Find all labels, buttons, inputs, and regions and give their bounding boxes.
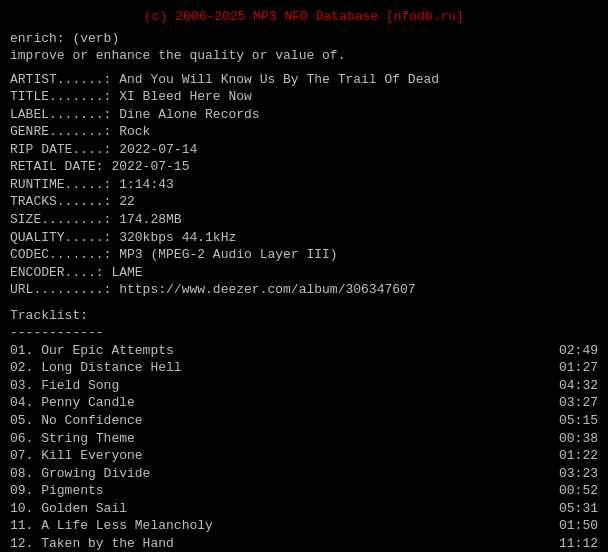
track-duration: 04:32: [559, 377, 598, 395]
track-title: 02. Long Distance Hell: [10, 359, 555, 377]
meta-genre: GENRE.......: Rock: [10, 123, 598, 141]
meta-retail-date: RETAIL DATE: 2022-07-15: [10, 158, 598, 176]
copyright-line: (c) 2006-2025 MP3 NFO Database [nfodb.ru…: [10, 8, 598, 26]
track-duration: 01:50: [559, 517, 598, 535]
table-row: 08. Growing Divide03:23: [10, 465, 598, 483]
table-row: 04. Penny Candle03:27: [10, 394, 598, 412]
meta-tracks: TRACKS......: 22: [10, 193, 598, 211]
table-row: 07. Kill Everyone01:22: [10, 447, 598, 465]
track-duration: 01:22: [559, 447, 598, 465]
meta-label: LABEL.......: Dine Alone Records: [10, 106, 598, 124]
meta-codec: CODEC.......: MP3 (MPEG-2 Audio Layer II…: [10, 246, 598, 264]
track-duration: 05:15: [559, 412, 598, 430]
track-duration: 05:31: [559, 500, 598, 518]
track-title: 09. Pigments: [10, 482, 555, 500]
track-title: 01. Our Epic Attempts: [10, 342, 555, 360]
table-row: 09. Pigments00:52: [10, 482, 598, 500]
table-row: 12. Taken by the Hand11:12: [10, 535, 598, 552]
track-title: 05. No Confidence: [10, 412, 555, 430]
track-title: 06. String Theme: [10, 430, 555, 448]
table-row: 03. Field Song04:32: [10, 377, 598, 395]
tracklist-divider: ------------: [10, 324, 598, 342]
track-title: 10. Golden Sail: [10, 500, 555, 518]
enrich-definition: improve or enhance the quality or value …: [10, 47, 598, 65]
meta-encoder: ENCODER....: LAME: [10, 264, 598, 282]
track-title: 11. A Life Less Melancholy: [10, 517, 555, 535]
enrich-verb: enrich: (verb): [10, 30, 598, 48]
track-duration: 00:52: [559, 482, 598, 500]
track-duration: 11:12: [559, 535, 598, 552]
track-duration: 03:23: [559, 465, 598, 483]
metadata-block: ARTIST......: And You Will Know Us By Th…: [10, 71, 598, 299]
meta-rip-date: RIP DATE....: 2022-07-14: [10, 141, 598, 159]
track-duration: 03:27: [559, 394, 598, 412]
table-row: 06. String Theme00:38: [10, 430, 598, 448]
track-title: 04. Penny Candle: [10, 394, 555, 412]
track-duration: 00:38: [559, 430, 598, 448]
meta-artist: ARTIST......: And You Will Know Us By Th…: [10, 71, 598, 89]
track-title: 08. Growing Divide: [10, 465, 555, 483]
track-title: 07. Kill Everyone: [10, 447, 555, 465]
track-title: 12. Taken by the Hand: [10, 535, 555, 552]
meta-quality: QUALITY.....: 320kbps 44.1kHz: [10, 229, 598, 247]
track-duration: 01:27: [559, 359, 598, 377]
meta-runtime: RUNTIME.....: 1:14:43: [10, 176, 598, 194]
track-duration: 02:49: [559, 342, 598, 360]
meta-title: TITLE.......: XI Bleed Here Now: [10, 88, 598, 106]
tracklist: 01. Our Epic Attempts02:4902. Long Dista…: [10, 342, 598, 552]
meta-size: SIZE........: 174.28MB: [10, 211, 598, 229]
table-row: 05. No Confidence05:15: [10, 412, 598, 430]
tracklist-header: Tracklist: ------------: [10, 307, 598, 342]
table-row: 02. Long Distance Hell01:27: [10, 359, 598, 377]
table-row: 10. Golden Sail05:31: [10, 500, 598, 518]
meta-url: URL.........: https://www.deezer.com/alb…: [10, 281, 598, 299]
table-row: 11. A Life Less Melancholy01:50: [10, 517, 598, 535]
tracklist-label: Tracklist:: [10, 307, 598, 325]
table-row: 01. Our Epic Attempts02:49: [10, 342, 598, 360]
track-title: 03. Field Song: [10, 377, 555, 395]
